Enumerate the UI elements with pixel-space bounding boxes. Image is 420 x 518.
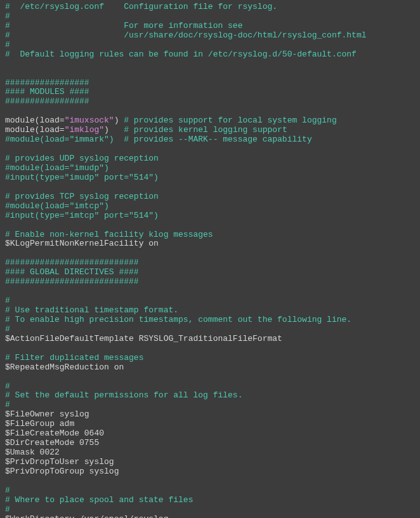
code-editor: # /etc/rsyslog.conf Configuration file f…: [0, 0, 420, 518]
code-segment: #input(type="imudp" port="514"): [5, 173, 159, 182]
code-line: #: [5, 382, 415, 392]
code-segment: # provides kernel logging support: [124, 125, 287, 135]
code-line: [5, 183, 415, 192]
code-segment: $PrivDropToGroup syslog: [5, 467, 119, 476]
code-segment: ): [104, 125, 124, 135]
code-line: $DirCreateMode 0755: [5, 439, 415, 448]
code-line: ###########################: [5, 277, 415, 287]
code-line: # /usr/share/doc/rsyslog-doc/html/rsyslo…: [5, 31, 415, 41]
code-segment: # Enable non-kernel facility klog messag…: [5, 230, 213, 239]
code-segment: #################: [5, 78, 89, 88]
code-line: module(load="imklog") # provides kernel …: [5, 126, 415, 135]
code-line: $PrivDropToGroup syslog: [5, 467, 415, 477]
code-segment: # Set the default permissions for all lo…: [5, 390, 242, 400]
code-line: $FileGroup adm: [5, 420, 415, 429]
code-segment: #: [5, 400, 10, 409]
code-line: [5, 344, 415, 354]
code-segment: #module(load="imtcp"): [5, 201, 109, 211]
code-line: #: [5, 12, 415, 22]
code-line: #module(load="imtcp"): [5, 202, 415, 211]
code-line: $KLogPermitNonKernelFacility on: [5, 239, 415, 249]
code-segment: $RepeatedMsgReduction on: [5, 362, 124, 372]
code-segment: # For more information see: [5, 21, 242, 30]
code-segment: # /usr/share/doc/rsyslog-doc/html/rsyslo…: [5, 30, 367, 40]
code-line: #: [5, 505, 415, 515]
code-segment: #: [5, 296, 10, 305]
code-segment: # provides support for local system logg…: [124, 116, 336, 125]
code-line: #input(type="imtcp" port="514"): [5, 211, 415, 221]
code-segment: # Use traditional timestamp format.: [5, 305, 178, 315]
code-segment: $FileOwner syslog: [5, 409, 89, 419]
code-line: [5, 287, 415, 296]
code-segment: $Umask 0022: [5, 448, 60, 457]
code-line: # Default logging rules can be found in …: [5, 50, 415, 60]
code-segment: module(load=: [5, 125, 65, 135]
code-segment: $FileGroup adm: [5, 419, 74, 428]
code-segment: #module(load="imudp"): [5, 163, 109, 173]
code-line: # provides UDP syslog reception: [5, 154, 415, 164]
code-segment: #module(load="immark") # provides --MARK…: [5, 135, 312, 144]
code-segment: ###########################: [5, 258, 139, 267]
code-segment: #### GLOBAL DIRECTIVES ####: [5, 267, 139, 277]
code-line: #: [5, 325, 415, 335]
code-segment: #: [5, 505, 10, 514]
code-line: $PrivDropToUser syslog: [5, 458, 415, 467]
code-segment: # /etc/rsyslog.conf Configuration file f…: [5, 2, 277, 11]
code-segment: #: [5, 40, 10, 50]
code-line: #################: [5, 97, 415, 107]
code-segment: $WorkDirectory /var/spool/rsyslog: [5, 514, 168, 518]
code-line: #input(type="imudp" port="514"): [5, 173, 415, 183]
code-line: # Where to place spool and state files: [5, 496, 415, 505]
code-segment: $KLogPermitNonKernelFacility on: [5, 239, 159, 248]
code-segment: # Default logging rules can be found in …: [5, 50, 357, 59]
code-segment: #: [5, 382, 10, 391]
code-segment: $PrivDropToUser syslog: [5, 457, 114, 467]
code-segment: # provides UDP syslog reception: [5, 154, 159, 163]
code-line: #################: [5, 79, 415, 88]
code-line: [5, 107, 415, 116]
code-line: [5, 477, 415, 486]
code-segment: #### MODULES ####: [5, 87, 89, 96]
code-line: # Use traditional timestamp format.: [5, 306, 415, 315]
code-line: ###########################: [5, 258, 415, 268]
code-segment: # Filter duplicated messages: [5, 353, 143, 362]
code-segment: #: [5, 11, 10, 21]
code-segment: #################: [5, 96, 89, 106]
code-line: $FileCreateMode 0640: [5, 429, 415, 439]
code-line: [5, 60, 415, 69]
code-line: # /etc/rsyslog.conf Configuration file f…: [5, 3, 415, 12]
code-line: [5, 69, 415, 79]
code-line: module(load="imuxsock") # provides suppo…: [5, 116, 415, 126]
code-line: # provides TCP syslog reception: [5, 192, 415, 202]
code-line: #: [5, 296, 415, 306]
code-segment: #: [5, 324, 10, 334]
code-line: $WorkDirectory /var/spool/rsyslog: [5, 515, 415, 518]
code-line: #: [5, 486, 415, 496]
code-segment: ###########################: [5, 277, 139, 286]
code-line: [5, 249, 415, 258]
code-segment: ): [114, 116, 124, 125]
code-line: # Set the default permissions for all lo…: [5, 391, 415, 401]
code-segment: $DirCreateMode 0755: [5, 438, 99, 448]
code-segment: module(load=: [5, 116, 65, 125]
code-line: [5, 145, 415, 154]
code-line: # Filter duplicated messages: [5, 354, 415, 363]
code-line: # To enable high precision timestamps, c…: [5, 315, 415, 325]
code-line: $Umask 0022: [5, 448, 415, 458]
code-line: [5, 373, 415, 382]
code-line: #: [5, 41, 415, 50]
code-line: $ActionFileDefaultTemplate RSYSLOG_Tradi…: [5, 335, 415, 344]
code-line: #module(load="immark") # provides --MARK…: [5, 135, 415, 145]
code-line: $RepeatedMsgReduction on: [5, 363, 415, 373]
code-line: # For more information see: [5, 22, 415, 31]
code-line: #### MODULES ####: [5, 88, 415, 97]
code-segment: $ActionFileDefaultTemplate RSYSLOG_Tradi…: [5, 334, 282, 343]
code-line: [5, 221, 415, 230]
code-segment: # To enable high precision timestamps, c…: [5, 315, 351, 324]
code-line: $FileOwner syslog: [5, 410, 415, 420]
code-segment: $FileCreateMode 0640: [5, 428, 104, 438]
code-segment: #input(type="imtcp" port="514"): [5, 211, 159, 220]
code-line: #: [5, 401, 415, 410]
code-segment: #: [5, 486, 10, 495]
code-line: # Enable non-kernel facility klog messag…: [5, 230, 415, 240]
